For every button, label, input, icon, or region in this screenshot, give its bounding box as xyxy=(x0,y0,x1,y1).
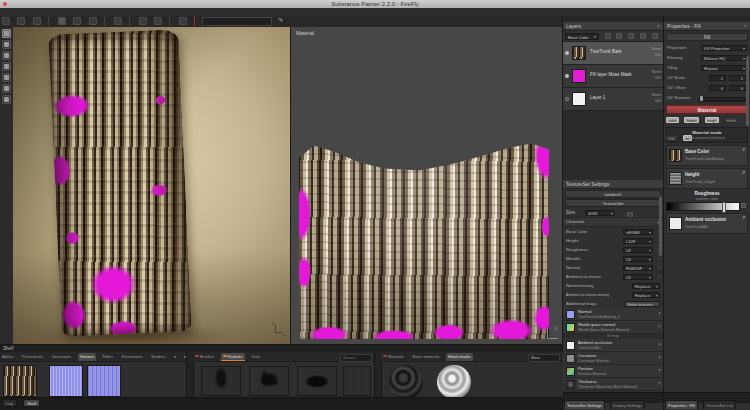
particle-puddle[interactable] xyxy=(297,366,337,396)
symmetry-icon[interactable] xyxy=(114,17,122,25)
remove-channel-icon[interactable]: − xyxy=(658,272,661,281)
ao-mixing-dropdown[interactable]: Replace xyxy=(632,292,660,298)
particle-liquid-stream[interactable] xyxy=(201,366,241,396)
panel-close-icon[interactable]: × xyxy=(657,23,660,29)
visibility-eye-icon[interactable] xyxy=(565,51,569,55)
scale-tool-icon[interactable] xyxy=(89,17,97,25)
chip-metal[interactable]: metal xyxy=(724,117,738,123)
uv-scale-y-field[interactable]: 1 xyxy=(729,75,746,81)
panel-close-icon[interactable]: × xyxy=(744,23,747,29)
map-row-curvature[interactable]: Curvature Curvature Material × xyxy=(563,352,663,365)
visibility-eye-icon[interactable] xyxy=(565,74,569,78)
tab-particles[interactable]: Particles xyxy=(221,353,245,361)
clear-map-icon[interactable]: × xyxy=(658,341,661,347)
chip-rough[interactable]: rough xyxy=(705,117,719,123)
format-dropdown[interactable]: L8 xyxy=(623,274,653,280)
layer-thumbnail[interactable] xyxy=(572,92,586,106)
layer-blend-opacity[interactable]: Norm100 xyxy=(652,69,661,81)
tab-smart-materials[interactable]: Smart materials xyxy=(410,353,441,361)
roughness-gradient-slider[interactable] xyxy=(666,202,740,211)
uv-offset-x-field[interactable]: 0 xyxy=(709,85,726,91)
tab-textureset-list[interactable]: TextureSet List xyxy=(703,400,735,409)
height-slot[interactable]: Height TreeTrunk_height × xyxy=(666,168,748,189)
camera-icon[interactable] xyxy=(139,17,147,25)
chip-color[interactable]: color xyxy=(666,117,679,123)
shelf-tab-alphas[interactable]: Alphas xyxy=(0,353,16,361)
map-row-normal[interactable]: Normal TreeTrunkColorBaking_n × xyxy=(563,308,663,321)
map-row-thickness[interactable]: Thickness Thickness Map from Mesh Materi… xyxy=(563,378,663,391)
add-folder-icon[interactable] xyxy=(640,33,646,39)
material-section-header[interactable]: Material xyxy=(666,105,748,114)
masks-search-input[interactable] xyxy=(528,354,560,362)
footer-tab-shelf[interactable]: Shelf xyxy=(23,399,40,407)
smudge-tool[interactable] xyxy=(2,73,11,82)
scrollbar[interactable] xyxy=(746,56,749,126)
shelf-tab-environments[interactable]: Environments xyxy=(120,353,145,361)
viewport-2d[interactable]: Material U xyxy=(290,27,563,344)
tab-materials[interactable]: Materials xyxy=(381,353,406,361)
rotate-tool-icon[interactable] xyxy=(73,17,81,25)
slider-handle[interactable] xyxy=(722,202,726,213)
remove-channel-icon[interactable]: − xyxy=(658,263,661,272)
clear-map-icon[interactable]: × xyxy=(658,367,661,373)
particle-rain[interactable] xyxy=(343,366,371,396)
tab-properties-fill[interactable]: Properties - Fill xyxy=(665,400,698,409)
add-fill-layer-icon[interactable] xyxy=(628,33,634,39)
slot-caret-icon[interactable] xyxy=(743,148,745,150)
visibility-eye-icon[interactable] xyxy=(565,97,569,101)
uv-rotation-slider[interactable] xyxy=(698,97,746,102)
tab-tools[interactable]: Tools xyxy=(249,353,262,361)
tree-trunk-mesh[interactable] xyxy=(48,29,191,336)
format-dropdown[interactable]: L32F xyxy=(623,238,653,244)
normal-mixing-dropdown[interactable]: Replace xyxy=(632,283,660,289)
tab-smart-masks[interactable]: Smart masks xyxy=(446,353,473,361)
color-picker-icon[interactable] xyxy=(741,203,746,208)
uv-offset-y-field[interactable]: 0 xyxy=(729,85,746,91)
sphere-view-icon[interactable] xyxy=(17,17,25,25)
move-tool-icon[interactable] xyxy=(58,17,66,25)
pen-pressure-icon[interactable]: ✎ xyxy=(278,16,283,25)
scrollbar[interactable] xyxy=(659,196,662,256)
smart-mask-moss-fern-top[interactable] xyxy=(437,365,471,399)
channel-filter-dropdown[interactable]: Base Color xyxy=(565,33,599,40)
layer-blend-opacity[interactable]: Norm100 xyxy=(652,92,661,104)
particle-organic-spread[interactable] xyxy=(249,366,289,396)
uv-texture-2d[interactable] xyxy=(299,131,549,339)
display-mode-icon[interactable] xyxy=(154,17,162,25)
bake-textures-button[interactable]: Bake textures xyxy=(624,301,660,307)
shelf-tab-procedurals[interactable]: Procedurals xyxy=(20,353,45,361)
layer-thumbnail[interactable] xyxy=(572,69,586,83)
layer-row-moss-fill[interactable]: Fill layer Moss Mask Norm100 xyxy=(563,65,663,88)
clear-map-icon[interactable]: × xyxy=(658,323,661,329)
shelf-tab-filters[interactable]: Filters xyxy=(101,353,116,361)
quick-command-field[interactable] xyxy=(202,17,272,26)
uv-scale-x-field[interactable]: 1 xyxy=(709,75,726,81)
chip-height[interactable]: height xyxy=(684,117,699,123)
format-dropdown[interactable]: L8 xyxy=(623,256,653,262)
map-row-ambient-occlusion[interactable]: Ambient occlusion TreeTrunkAO × xyxy=(563,339,663,352)
brushes-search-input[interactable] xyxy=(340,354,372,362)
base-color-slot[interactable]: Base Color TreeTrunkColorBaking × xyxy=(666,145,748,166)
fill-section-header[interactable]: Fill xyxy=(666,33,748,41)
tab-display-settings[interactable]: Display Settings xyxy=(610,400,645,409)
slot-caret-icon[interactable] xyxy=(743,216,745,218)
shelf-item-normal-texture-2[interactable] xyxy=(87,365,121,397)
shelf-item-bark-texture[interactable] xyxy=(3,365,37,397)
polygon-fill-tool[interactable] xyxy=(2,62,11,71)
save-icon[interactable] xyxy=(33,17,41,25)
viewport-3d[interactable]: y x xyxy=(13,27,290,344)
paint-brush-tool[interactable] xyxy=(2,29,11,38)
layer-row-bark[interactable]: TreeTrunk Bark Norm100 xyxy=(563,42,663,65)
ambient-occlusion-slot[interactable]: Ambient occlusion TreeTrunkAO × xyxy=(666,213,748,234)
projection-settings-icon[interactable] xyxy=(179,17,187,25)
size-dropdown[interactable]: 4096 xyxy=(585,210,615,216)
shelf-tab-generators[interactable]: Generators xyxy=(50,353,73,361)
slot-caret-icon[interactable] xyxy=(743,171,745,173)
shelf-tab-textures[interactable]: Textures xyxy=(78,353,97,361)
smart-mask-moss[interactable] xyxy=(389,365,423,399)
shelf-tab-shaders[interactable]: Shaders xyxy=(149,353,168,361)
shelf-item-normal-texture[interactable] xyxy=(49,365,83,397)
projection-dropdown[interactable]: UV Projection xyxy=(701,45,747,51)
map-row-position[interactable]: Position Position Material × xyxy=(563,365,663,378)
tab-textureset-settings[interactable]: TextureSet Settings xyxy=(564,400,605,409)
